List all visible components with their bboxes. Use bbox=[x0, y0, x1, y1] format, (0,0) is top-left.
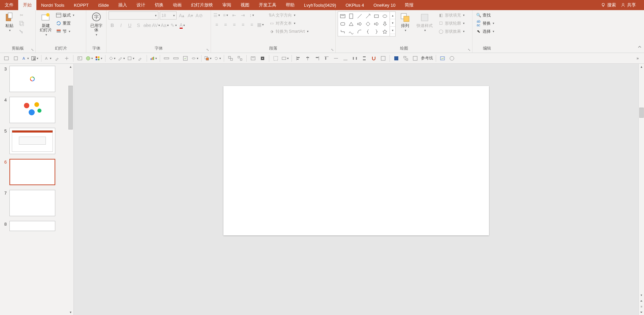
tab-review[interactable]: 审阅 bbox=[218, 0, 236, 10]
change-case-button[interactable]: Aa▾ bbox=[161, 22, 168, 29]
decrease-indent-button[interactable]: ⇤ bbox=[231, 11, 238, 19]
shape-textbox[interactable] bbox=[339, 12, 347, 20]
slide-item-8[interactable]: 8 bbox=[2, 221, 73, 231]
tb-blue-square[interactable] bbox=[393, 55, 400, 62]
convert-smartart-button[interactable]: ⬗转换为 SmartArt▾ bbox=[268, 28, 310, 35]
drawing-launcher[interactable]: ⤡ bbox=[467, 47, 471, 52]
tb-shape-edit[interactable]: ▾ bbox=[191, 55, 198, 62]
select-button[interactable]: ⬉选择▾ bbox=[474, 28, 499, 35]
tab-devtools[interactable]: 开发工具 bbox=[254, 0, 281, 10]
tb-swap[interactable] bbox=[402, 55, 409, 62]
tb-empty-square[interactable] bbox=[411, 55, 419, 62]
tb-eyedropper[interactable] bbox=[54, 55, 61, 62]
tb-btn-1[interactable] bbox=[3, 55, 10, 62]
shape-down-arrow[interactable] bbox=[381, 20, 389, 28]
tb-align-left[interactable] bbox=[295, 55, 302, 62]
align-text-button[interactable]: ▭对齐文本▾ bbox=[268, 20, 310, 27]
tab-nordri[interactable]: Nordri Tools bbox=[36, 0, 69, 10]
section-button[interactable]: 节▾ bbox=[55, 28, 76, 35]
shapes-more[interactable]: ▾ bbox=[390, 27, 395, 34]
shape-rectangle[interactable] bbox=[372, 12, 380, 20]
slide-canvas[interactable] bbox=[223, 86, 489, 235]
clipboard-launcher[interactable]: ⤡ bbox=[30, 47, 35, 52]
tb-layer[interactable]: ▾ bbox=[281, 55, 289, 62]
tb-select-all[interactable] bbox=[272, 55, 279, 62]
align-center-button[interactable]: ≡ bbox=[222, 21, 229, 28]
tb-align-center[interactable] bbox=[304, 55, 311, 62]
tab-brief[interactable]: 简报 bbox=[400, 0, 418, 10]
tab-lvyhtools[interactable]: LvyhTools(0429) bbox=[299, 0, 341, 10]
char-spacing-button[interactable]: AV▾ bbox=[152, 22, 160, 29]
font-name-combo[interactable]: ▾ bbox=[109, 11, 158, 20]
tb-dist-h[interactable] bbox=[351, 55, 359, 62]
highlight-button[interactable]: ✎▾ bbox=[170, 22, 177, 29]
underline-button[interactable]: U bbox=[126, 22, 133, 29]
shape-outline-button[interactable]: ☐形状轮廓▾ bbox=[437, 20, 466, 27]
tab-okplus[interactable]: OKPlus 4 bbox=[341, 0, 369, 10]
slide-item-5[interactable]: 5 bbox=[2, 128, 73, 154]
canvas-area[interactable] bbox=[74, 64, 638, 315]
tb-ungroup[interactable] bbox=[236, 55, 244, 62]
clear-format-button[interactable]: A⊘ bbox=[195, 12, 203, 19]
arrange-button[interactable]: 排列▾ bbox=[398, 11, 412, 33]
tb-btn-5[interactable]: A▾ bbox=[44, 55, 52, 62]
tb-circle-outline[interactable] bbox=[448, 55, 456, 62]
tb-ruler2[interactable] bbox=[172, 55, 180, 62]
tb-pen[interactable]: ▾ bbox=[118, 55, 125, 62]
italic-button[interactable]: I bbox=[117, 22, 125, 29]
shadow-button[interactable]: S bbox=[135, 22, 142, 29]
tb-picture[interactable] bbox=[439, 55, 446, 62]
shape-connector[interactable] bbox=[339, 28, 347, 35]
tb-btn-7[interactable] bbox=[76, 55, 84, 62]
bold-button[interactable]: B bbox=[109, 22, 116, 29]
increase-indent-button[interactable]: ⇥ bbox=[239, 11, 247, 19]
tb-color-swatches[interactable]: ▾ bbox=[95, 55, 102, 62]
tab-design[interactable]: 设计 bbox=[132, 0, 150, 10]
copy-button[interactable] bbox=[18, 20, 26, 27]
scrollbar-thumb[interactable] bbox=[68, 86, 73, 130]
shapes-scroll-up[interactable]: ▴ bbox=[390, 12, 395, 19]
align-left-button[interactable]: ≡ bbox=[213, 21, 220, 28]
tb-outline[interactable]: ▾ bbox=[127, 55, 134, 62]
tab-slideshow[interactable]: 幻灯片放映 bbox=[186, 0, 218, 10]
used-font-button[interactable]: 字 已用字 体 ▾ bbox=[88, 11, 104, 37]
tb-textbox[interactable] bbox=[249, 55, 257, 62]
slide-thumbnail[interactable] bbox=[9, 159, 55, 185]
shape-star[interactable] bbox=[381, 28, 389, 35]
increase-font-button[interactable]: A▴ bbox=[178, 12, 185, 19]
tb-btn-4[interactable]: 文▾ bbox=[31, 55, 38, 62]
replace-button[interactable]: abac替换▾ bbox=[474, 20, 499, 27]
align-right-button[interactable]: ≡ bbox=[231, 21, 238, 28]
tab-koppt[interactable]: KOPPT bbox=[69, 0, 93, 10]
tab-islide[interactable]: iSlide bbox=[93, 0, 114, 10]
collapse-ribbon-button[interactable] bbox=[637, 45, 642, 51]
scrollbar-thumb[interactable] bbox=[639, 108, 644, 118]
columns-button[interactable]: ▦▾ bbox=[257, 21, 264, 28]
shapes-gallery[interactable] bbox=[338, 11, 390, 36]
tb-btn-3[interactable]: A▾ bbox=[22, 55, 29, 62]
tab-help[interactable]: 帮助 bbox=[281, 0, 299, 10]
tab-file[interactable]: 文件 bbox=[0, 0, 18, 10]
tab-animation[interactable]: 动画 bbox=[168, 0, 186, 10]
shape-arrow-line[interactable] bbox=[364, 12, 372, 20]
tb-check[interactable] bbox=[182, 55, 189, 62]
cut-button[interactable]: ✂ bbox=[18, 11, 26, 19]
tb-eyedrop2[interactable] bbox=[136, 55, 144, 62]
tb-btn-6[interactable] bbox=[63, 55, 70, 62]
tb-align-bottom[interactable] bbox=[342, 55, 349, 62]
shape-oval[interactable] bbox=[381, 12, 389, 20]
nav-menu-button[interactable]: ≡ bbox=[639, 304, 644, 309]
prev-slide-button[interactable]: ⏶ bbox=[639, 298, 644, 304]
slide-item-3[interactable]: 3 bbox=[2, 66, 73, 92]
numbering-button[interactable]: ≡▾ bbox=[222, 11, 229, 19]
slide-item-6[interactable]: 6 bbox=[2, 159, 73, 185]
shape-textbox-vert[interactable] bbox=[347, 12, 355, 20]
tb-rotate[interactable]: ▾ bbox=[214, 55, 221, 62]
distributed-button[interactable]: ≡ bbox=[248, 21, 255, 28]
scroll-up-button[interactable]: ▴ bbox=[68, 64, 73, 69]
decrease-font-button[interactable]: A▾ bbox=[187, 12, 194, 19]
canvas-scrollbar[interactable]: ▴ ▾ ⏶ ≡ ⏷ bbox=[638, 64, 644, 315]
bullets-button[interactable]: ☰▾ bbox=[213, 11, 220, 19]
tb-arrange1[interactable]: ▾ bbox=[204, 55, 212, 62]
slide-thumbnail[interactable] bbox=[9, 221, 55, 231]
